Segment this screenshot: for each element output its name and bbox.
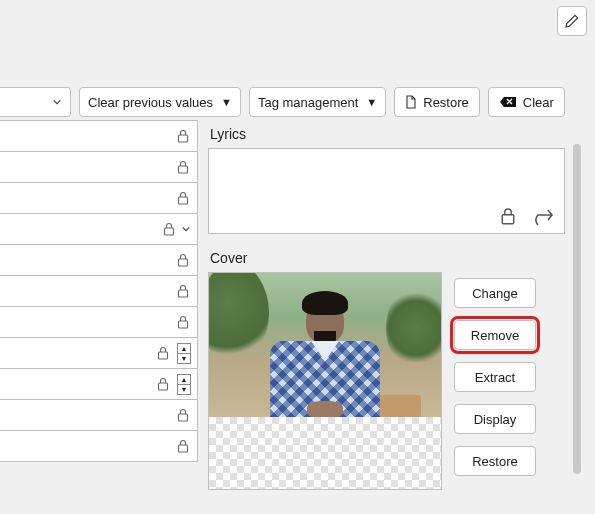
transparency-area [209,417,441,489]
field-row[interactable]: ▲▼ [0,368,198,400]
svg-rect-3 [165,228,174,235]
caret-down-icon: ▼ [221,96,232,108]
svg-rect-2 [179,197,188,204]
undo-icon[interactable] [530,205,556,227]
svg-rect-11 [502,215,514,224]
caret-down-icon: ▼ [366,96,377,108]
cover-remove-button[interactable]: Remove [454,320,536,350]
lock-icon [175,314,191,330]
number-stepper[interactable]: ▲▼ [177,374,191,395]
svg-rect-8 [159,383,168,390]
document-icon [405,95,417,109]
svg-rect-1 [179,166,188,173]
lock-icon [175,159,191,175]
lock-icon [175,252,191,268]
toolbar: Clear previous values▼ Tag management▼ R… [0,84,595,120]
field-row[interactable] [0,306,198,338]
field-row[interactable] [0,430,198,462]
lock-icon [155,345,171,361]
field-row[interactable]: ▲▼ [0,337,198,369]
clear-previous-label: Clear previous values [88,95,213,110]
lyrics-textarea[interactable] [208,148,565,234]
cover-change-button[interactable]: Change [454,278,536,308]
svg-rect-7 [159,352,168,359]
cover-label: Cover [210,250,565,266]
lock-icon [175,190,191,206]
lock-icon [161,221,177,237]
tag-management-label: Tag management [258,95,358,110]
cover-restore-button[interactable]: Restore [454,446,536,476]
field-row[interactable] [0,213,198,245]
clear-label: Clear [523,95,554,110]
svg-rect-10 [179,445,188,452]
restore-label: Restore [423,95,469,110]
clear-button[interactable]: Clear [488,87,565,117]
svg-rect-9 [179,414,188,421]
chevron-down-icon [52,97,62,107]
backspace-icon [499,96,517,108]
svg-rect-5 [179,290,188,297]
tag-management-dropdown[interactable]: Tag management▼ [249,87,386,117]
dropdown-1[interactable] [0,87,71,117]
lyrics-label: Lyrics [210,126,565,142]
svg-rect-6 [179,321,188,328]
field-row[interactable] [0,182,198,214]
clear-previous-dropdown[interactable]: Clear previous values▼ [79,87,241,117]
field-row[interactable] [0,151,198,183]
lock-icon [155,376,171,392]
field-row[interactable] [0,399,198,431]
field-row[interactable] [0,120,198,152]
lock-icon [175,283,191,299]
svg-rect-4 [179,259,188,266]
fields-column: ▲▼ ▲▼ [0,120,198,514]
field-row[interactable] [0,244,198,276]
lock-icon[interactable] [500,207,516,225]
cover-display-button[interactable]: Display [454,404,536,434]
restore-button[interactable]: Restore [394,87,480,117]
edit-button[interactable] [557,6,587,36]
number-stepper[interactable]: ▲▼ [177,343,191,364]
scrollbar[interactable] [573,144,581,474]
cover-image[interactable] [208,272,442,490]
cover-photo [209,273,441,417]
svg-rect-0 [179,135,188,142]
lock-icon [175,407,191,423]
chevron-down-icon[interactable] [181,224,191,234]
field-row[interactable] [0,275,198,307]
lock-icon [175,128,191,144]
lock-icon [175,438,191,454]
cover-extract-button[interactable]: Extract [454,362,536,392]
pencil-icon [565,14,579,28]
